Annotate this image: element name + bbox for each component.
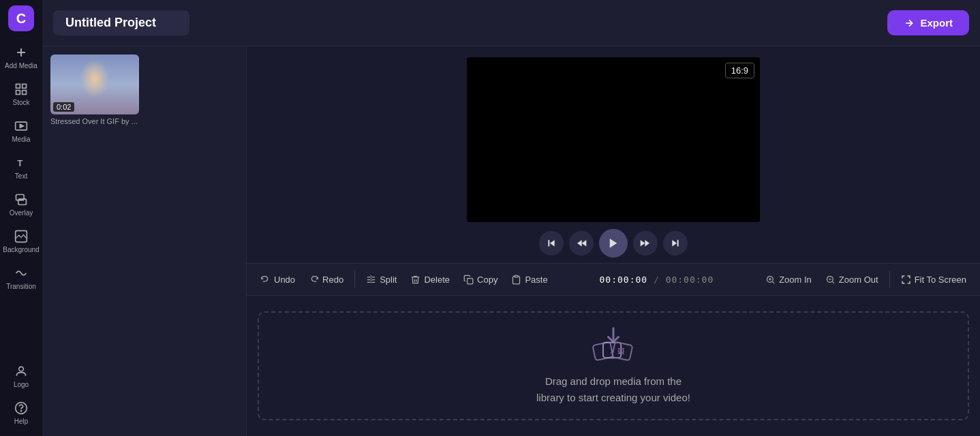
timecode-display: 00:00:00 / 00:00:00: [600, 275, 714, 285]
toolbar-separator-1: [354, 271, 355, 287]
split-button[interactable]: Split: [361, 271, 402, 288]
export-button[interactable]: Export: [887, 10, 969, 35]
copy-button[interactable]: Copy: [458, 271, 503, 288]
svg-rect-5: [22, 91, 27, 95]
overlay-icon: [14, 192, 29, 207]
topbar: Untitled Project Export: [42, 0, 980, 46]
timeline-area[interactable]: ♪ 🖼 Drag and drop media from the library…: [247, 296, 980, 436]
sidebar-item-overlay[interactable]: Overlay: [1, 187, 41, 221]
drop-line1: Drag and drop media from the: [545, 375, 682, 387]
media-icon: [14, 119, 29, 134]
sidebar-item-text[interactable]: T Text: [1, 150, 41, 184]
text-icon: T: [14, 155, 29, 170]
split-icon: [366, 275, 376, 285]
split-label: Split: [380, 275, 397, 285]
svg-marker-21: [641, 240, 645, 246]
zoom-out-button[interactable]: Zoom Out: [820, 271, 884, 288]
svg-marker-22: [645, 240, 649, 246]
rewind-button[interactable]: [569, 231, 594, 255]
background-icon: [14, 229, 29, 244]
paste-button[interactable]: Paste: [506, 271, 553, 288]
timecode-total: 00:00:00: [666, 275, 714, 285]
sidebar-label-media: Media: [12, 136, 30, 143]
fit-to-screen-icon: [901, 275, 911, 285]
preview-screen: [467, 57, 760, 222]
zoom-in-label: Zoom In: [779, 275, 812, 285]
media-thumbnail[interactable]: 0:02: [50, 54, 139, 114]
timecode-current: 00:00:00: [600, 275, 648, 285]
svg-line-33: [832, 281, 834, 283]
main-area: Untitled Project Export 0:02 Stressed Ov…: [42, 0, 980, 436]
redo-icon: [309, 275, 319, 285]
redo-label: Redo: [322, 275, 343, 285]
zoom-in-button[interactable]: Zoom In: [760, 271, 817, 288]
preview-container: 16:9: [467, 57, 760, 258]
delete-button[interactable]: Delete: [405, 271, 455, 288]
fit-to-screen-button[interactable]: Fit To Screen: [895, 271, 972, 288]
zoom-out-label: Zoom Out: [839, 275, 878, 285]
app-logo[interactable]: C: [8, 5, 34, 31]
svg-marker-18: [577, 240, 582, 246]
svg-rect-17: [548, 240, 549, 246]
skip-to-end-button[interactable]: [663, 231, 688, 255]
copy-label: Copy: [477, 275, 497, 285]
play-pause-button[interactable]: [599, 229, 628, 258]
zoom-out-icon: [825, 275, 836, 285]
export-icon: [904, 18, 915, 29]
svg-rect-3: [22, 84, 27, 89]
svg-rect-26: [468, 278, 473, 283]
project-title: Untitled Project: [65, 16, 156, 29]
sidebar-item-stock[interactable]: Stock: [1, 76, 41, 110]
sidebar-item-help[interactable]: Help: [1, 395, 41, 429]
sidebar-label-overlay: Overlay: [10, 209, 33, 217]
media-item[interactable]: 0:02 Stressed Over It GIF by ...: [50, 54, 139, 125]
skip-end-icon: [670, 238, 681, 249]
media-title: Stressed Over It GIF by ...: [50, 117, 139, 125]
playback-controls: [467, 229, 760, 258]
timeline-drop-zone[interactable]: ♪ 🖼 Drag and drop media from the library…: [258, 311, 969, 420]
sidebar-item-transition[interactable]: Transition: [1, 260, 41, 294]
sidebar-label-help: Help: [14, 418, 29, 425]
sidebar-item-background[interactable]: Background: [1, 223, 41, 258]
aspect-ratio-badge: 16:9: [725, 63, 754, 78]
sidebar-label-logo: Logo: [14, 381, 29, 388]
toolbar: Undo Redo Split: [247, 263, 980, 296]
help-icon: [14, 401, 29, 416]
fast-forward-icon: [640, 238, 651, 249]
content-area: 0:02 Stressed Over It GIF by ... 16:9: [42, 46, 980, 436]
sidebar-label-text: Text: [15, 172, 27, 180]
media-panel: 0:02 Stressed Over It GIF by ...: [42, 46, 247, 436]
export-label: Export: [920, 17, 953, 29]
svg-point-14: [20, 411, 21, 411]
zoom-in-icon: [765, 275, 776, 285]
fast-forward-button[interactable]: [633, 231, 658, 255]
sidebar-item-logo[interactable]: Logo: [1, 358, 41, 392]
drop-media-icon: ♪ 🖼: [586, 326, 641, 367]
svg-rect-4: [16, 91, 20, 95]
undo-icon: [260, 275, 271, 285]
skip-to-start-button[interactable]: [539, 231, 564, 255]
sidebar-item-add-media[interactable]: Add Media: [1, 40, 41, 74]
svg-marker-7: [20, 125, 23, 128]
paste-label: Paste: [525, 275, 547, 285]
drop-line2: library to start creating your video!: [536, 392, 690, 403]
fit-to-screen-label: Fit To Screen: [915, 275, 966, 285]
svg-text:T: T: [17, 158, 22, 168]
undo-button[interactable]: Undo: [255, 271, 301, 288]
preview-section: 16:9: [247, 46, 980, 263]
stock-icon: [14, 82, 29, 97]
svg-marker-23: [672, 240, 677, 246]
redo-button[interactable]: Redo: [303, 271, 349, 288]
right-area: 16:9: [247, 46, 980, 436]
sidebar: C Add Media Stock Media: [0, 0, 42, 436]
logo-icon: [14, 364, 29, 379]
project-title-box[interactable]: Untitled Project: [53, 10, 189, 35]
svg-marker-20: [610, 238, 617, 248]
svg-rect-24: [677, 240, 679, 246]
svg-marker-16: [550, 240, 555, 246]
sidebar-item-media[interactable]: Media: [1, 113, 41, 147]
rewind-icon: [576, 238, 587, 249]
delete-label: Delete: [424, 275, 450, 285]
plus-icon: [14, 45, 29, 60]
skip-start-icon: [546, 238, 557, 249]
